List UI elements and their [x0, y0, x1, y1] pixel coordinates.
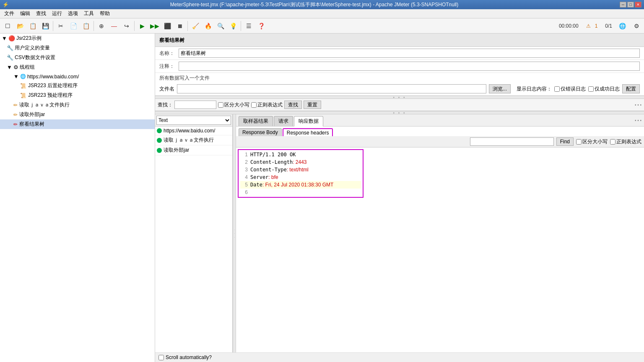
- sub-tab-body[interactable]: Response Body: [239, 128, 282, 136]
- toolbar-paste[interactable]: 📋: [80, 20, 92, 32]
- toolbar-template[interactable]: 📋: [27, 20, 39, 32]
- config-button[interactable]: 配置: [622, 84, 640, 93]
- tree-item-read-java[interactable]: ✏ 读取ｊａｖａ文件执行: [0, 100, 155, 110]
- file-section-label: 所有数据写入一个文件: [159, 75, 210, 82]
- dropdown-row: Text: [155, 114, 232, 127]
- comment-input[interactable]: [179, 62, 640, 71]
- toolbar-new[interactable]: ☐: [2, 20, 13, 32]
- menu-tools[interactable]: 工具: [81, 9, 96, 18]
- success-only-label[interactable]: 仅成功日志: [588, 85, 620, 93]
- sample-item-java[interactable]: 读取ｊａｖａ文件执行: [155, 135, 232, 145]
- find-case-checkbox[interactable]: [576, 139, 582, 145]
- name-input[interactable]: [179, 49, 640, 58]
- menu-help[interactable]: 帮助: [97, 9, 112, 18]
- name-row: 名称：: [155, 47, 644, 60]
- scroll-auto-label: Scroll automatically?: [166, 354, 212, 360]
- scroll-auto-checkbox[interactable]: [158, 355, 164, 360]
- toolbar-cut[interactable]: ✂: [55, 20, 67, 32]
- toolbar: ☐ 📂 📋 💾 ✂ 📄 📋 ⊕ — ↪ ▶ ▶▶ ⬛ ⏹ 🧹 🔥 🔍 💡 ☰ ❓…: [0, 18, 644, 34]
- read-java-icon: ✏: [13, 102, 18, 108]
- toolbar-collapse[interactable]: —: [108, 20, 120, 32]
- close-button[interactable]: ✕: [635, 2, 641, 8]
- toolbar-indent[interactable]: ↪: [121, 20, 132, 32]
- middle-splitter[interactable]: • • •: [155, 111, 644, 114]
- sample-item-baidu[interactable]: https://www.baidu.com/: [155, 127, 232, 135]
- success-only-checkbox[interactable]: [588, 86, 594, 92]
- toolbar-clear-all[interactable]: 🔥: [202, 20, 214, 32]
- tree-item-thread-group[interactable]: ▼ ⚙ 线程组: [0, 62, 155, 72]
- toolbar-open[interactable]: 📂: [14, 20, 26, 32]
- tree-item-result-tree[interactable]: ✏ 察看结果树: [0, 119, 155, 129]
- toolbar-shutdown[interactable]: ⏹: [174, 20, 186, 32]
- vertical-splitter[interactable]: · · ·: [233, 114, 236, 352]
- toolbar-remote[interactable]: 🌐: [616, 20, 628, 32]
- title-bar-controls: ─ □ ✕: [620, 2, 641, 8]
- tree-item-baidu[interactable]: ▼ 🌐 https://www.baidu.com/: [0, 72, 155, 81]
- tree-item-read-jar[interactable]: ✏ 读取外部jar: [0, 110, 155, 119]
- toolbar-copy[interactable]: 📄: [68, 20, 79, 32]
- top-splitter[interactable]: • • •: [155, 96, 644, 99]
- regex-label[interactable]: 正则表达式: [251, 101, 283, 109]
- file-name-input[interactable]: [177, 84, 486, 93]
- menu-file[interactable]: 文件: [2, 9, 17, 18]
- menu-run[interactable]: 运行: [49, 9, 65, 18]
- jsr223-label: Jsr223示例: [16, 35, 42, 42]
- response-content: 1HTTP/1.1 200 OK2Content-Length: 24433Co…: [236, 147, 644, 352]
- tab-sampler[interactable]: 取样器结果: [239, 116, 273, 126]
- tab-response[interactable]: 响应数据: [294, 116, 323, 127]
- find-btn[interactable]: Find: [556, 137, 574, 146]
- toolbar-config[interactable]: ⚙: [631, 20, 642, 32]
- text-dropdown[interactable]: Text: [156, 116, 231, 125]
- tab-dots: • • •: [635, 118, 641, 124]
- sub-tab-headers[interactable]: Response headers: [283, 128, 333, 137]
- toolbar-expand[interactable]: ⊕: [96, 20, 107, 32]
- toolbar-list[interactable]: ☰: [243, 20, 254, 32]
- tree-item-user-var[interactable]: 🔧 用户定义的变量: [0, 43, 155, 53]
- find-input[interactable]: [470, 137, 554, 146]
- response-line: 1HTTP/1.1 200 OK: [240, 151, 361, 158]
- error-only-checkbox[interactable]: [554, 86, 560, 92]
- browse-button[interactable]: 浏览...: [489, 84, 511, 93]
- scroll-auto-row: Scroll automatically?: [155, 352, 644, 362]
- toolbar-info[interactable]: ❓: [255, 20, 267, 32]
- tab-request[interactable]: 请求: [274, 116, 293, 126]
- toolbar-stop[interactable]: ⬛: [161, 20, 173, 32]
- minimize-button[interactable]: ─: [620, 2, 626, 8]
- regex-checkbox[interactable]: [251, 102, 257, 108]
- sample-item-jar[interactable]: 读取外部jar: [155, 145, 232, 155]
- tree-item-jsr223[interactable]: ▼ 🔴 Jsr223示例: [0, 34, 155, 43]
- toolbar-clear[interactable]: 🧹: [190, 20, 201, 32]
- menu-find[interactable]: 查找: [34, 9, 49, 18]
- read-jar-icon: ✏: [13, 112, 18, 118]
- find-case-label[interactable]: 区分大小写: [576, 138, 608, 145]
- toolbar-save[interactable]: 💾: [39, 20, 51, 32]
- case-sensitive-checkbox[interactable]: [218, 102, 223, 108]
- reset-button[interactable]: 重置: [304, 101, 321, 109]
- search-input[interactable]: [174, 101, 216, 109]
- panel-header: 察看结果树: [155, 34, 644, 47]
- toolbar-start[interactable]: ▶: [136, 20, 148, 32]
- baidu-collapse-icon: ▼: [13, 73, 19, 80]
- maximize-button[interactable]: □: [627, 2, 634, 8]
- response-line: 3Content-Type: text/html: [240, 166, 361, 173]
- sub-tabs: Response Body Response headers: [236, 127, 644, 136]
- status-green-baidu: [157, 128, 162, 133]
- case-sensitive-label[interactable]: 区分大小写: [218, 101, 249, 109]
- find-regex-label[interactable]: 正则表达式: [610, 138, 641, 145]
- menu-options[interactable]: 选项: [65, 9, 80, 18]
- menu-edit[interactable]: 编辑: [18, 9, 33, 18]
- toolbar-search[interactable]: 🔍: [215, 20, 226, 32]
- find-button[interactable]: 查找: [284, 101, 302, 109]
- user-var-icon: 🔧: [7, 45, 13, 51]
- tree-item-jsr223-post[interactable]: 📜 JSR223 后置处理程序: [0, 81, 155, 90]
- toolbar-right: 00:00:00 ⚠ 1 0/1 🌐 ⚙: [557, 20, 642, 32]
- find-regex-checkbox[interactable]: [610, 139, 615, 145]
- read-java-label: 读取ｊａｖａ文件执行: [19, 101, 70, 109]
- error-only-label[interactable]: 仅错误日志: [554, 85, 586, 93]
- log-content-label: 显示日志内容：: [517, 85, 552, 93]
- tree-item-jsr223-pre[interactable]: 📜 JSR223 预处理程序: [0, 90, 155, 100]
- toolbar-start-no-pause[interactable]: ▶▶: [149, 20, 161, 32]
- toolbar-help[interactable]: 💡: [227, 20, 239, 32]
- v-splitter-dots3: ·: [234, 235, 235, 239]
- tree-item-csv[interactable]: 🔧 CSV数据文件设置: [0, 53, 155, 62]
